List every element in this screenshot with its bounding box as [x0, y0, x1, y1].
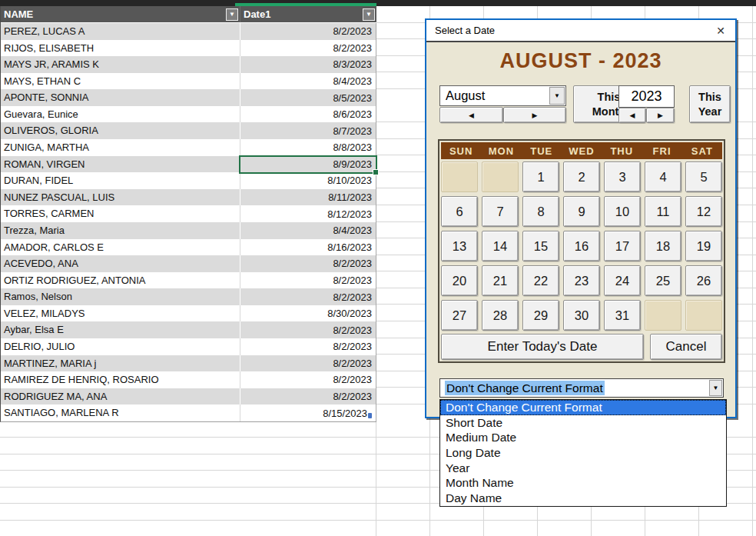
- day-button[interactable]: 27: [441, 300, 478, 331]
- date-cell[interactable]: 8/2/2023: [240, 288, 376, 305]
- chevron-down-icon[interactable]: ▼: [549, 87, 565, 105]
- day-button[interactable]: 11: [645, 196, 681, 227]
- format-option[interactable]: Medium Date: [440, 430, 726, 445]
- day-button[interactable]: 29: [522, 300, 559, 331]
- name-cell[interactable]: MAYS JR, ARAMIS K: [1, 56, 240, 73]
- format-combo[interactable]: Don't Change Current Format ▼: [439, 378, 724, 398]
- cancel-button[interactable]: Cancel: [650, 334, 722, 360]
- name-cell[interactable]: MARTINEZ, MARIA j: [1, 355, 240, 372]
- date-cell[interactable]: 8/11/2023: [240, 189, 376, 206]
- next-year-button[interactable]: ▶: [646, 108, 675, 123]
- name-column-header[interactable]: NAME ▼: [1, 6, 240, 22]
- day-button[interactable]: 25: [645, 265, 681, 296]
- day-button[interactable]: 23: [563, 265, 600, 296]
- name-cell[interactable]: RAMIREZ DE HENRIQ, ROSARIO: [1, 371, 240, 388]
- date-cell[interactable]: 8/2/2023: [240, 321, 376, 338]
- table-row[interactable]: DELRIO, JULIO8/2/2023: [1, 338, 376, 355]
- date-cell[interactable]: 8/2/2023: [240, 255, 376, 272]
- this-year-button[interactable]: This Year: [689, 85, 731, 123]
- table-row[interactable]: NUNEZ PASCUAL, LUIS8/11/2023: [1, 189, 376, 206]
- name-cell[interactable]: MAYS, ETHAN C: [1, 73, 240, 90]
- date-cell[interactable]: 8/2/2023: [240, 371, 376, 388]
- table-row[interactable]: MAYS JR, ARAMIS K8/3/2023: [1, 56, 376, 73]
- table-row[interactable]: ROMAN, VIRGEN8/9/2023: [1, 156, 376, 173]
- day-button[interactable]: 17: [604, 231, 641, 261]
- format-option[interactable]: Year: [440, 461, 726, 476]
- table-row[interactable]: TORRES, CARMEN8/12/2023: [1, 205, 376, 222]
- table-row[interactable]: Aybar, Elsa E8/2/2023: [1, 321, 376, 338]
- day-button[interactable]: 15: [522, 231, 559, 261]
- day-button[interactable]: 16: [563, 231, 600, 261]
- day-button[interactable]: 14: [482, 231, 519, 261]
- name-cell[interactable]: ZUNIGA, MARTHA: [1, 139, 240, 156]
- date-cell[interactable]: 8/3/2023: [240, 56, 376, 73]
- table-row[interactable]: MAYS, ETHAN C8/4/2023: [1, 73, 376, 90]
- day-button[interactable]: 22: [522, 265, 559, 296]
- table-row[interactable]: Ramos, Nelson8/2/2023: [1, 288, 376, 305]
- date-cell[interactable]: 8/4/2023: [240, 222, 376, 239]
- name-cell[interactable]: Guevara, Eunice: [1, 106, 240, 123]
- date-cell[interactable]: 8/2/2023: [240, 338, 376, 355]
- day-button[interactable]: 13: [441, 231, 478, 261]
- date-cell[interactable]: 8/10/2023: [240, 172, 376, 189]
- name-cell[interactable]: APONTE, SONNIA: [1, 89, 240, 106]
- date-cell[interactable]: 8/15/2023: [240, 404, 376, 421]
- table-row[interactable]: RAMIREZ DE HENRIQ, ROSARIO8/2/2023: [1, 371, 376, 388]
- date-cell[interactable]: 8/9/2023: [240, 156, 376, 173]
- name-cell[interactable]: ACEVEDO, ANA: [1, 255, 240, 272]
- day-button[interactable]: 8: [522, 196, 559, 227]
- table-row[interactable]: ACEVEDO, ANA8/2/2023: [1, 255, 376, 272]
- day-button[interactable]: 9: [563, 196, 600, 227]
- previous-month-button[interactable]: ◀: [439, 107, 503, 123]
- day-button[interactable]: 26: [685, 265, 722, 296]
- day-button[interactable]: 24: [604, 265, 641, 296]
- day-button[interactable]: 20: [441, 265, 478, 296]
- name-cell[interactable]: Aybar, Elsa E: [1, 321, 240, 338]
- date-cell[interactable]: 8/30/2023: [240, 305, 376, 322]
- chevron-down-icon[interactable]: ▼: [709, 380, 722, 396]
- date-column-header[interactable]: Date1 ▼: [240, 6, 376, 22]
- date-cell[interactable]: 8/2/2023: [240, 388, 376, 405]
- date-cell[interactable]: 8/16/2023: [240, 239, 376, 256]
- filter-dropdown-icon[interactable]: ▼: [226, 8, 238, 21]
- year-input[interactable]: 2023: [618, 85, 675, 108]
- name-cell[interactable]: ORTIZ RODRIGUEZ, ANTONIA: [1, 272, 240, 289]
- day-button[interactable]: 2: [563, 161, 600, 192]
- name-cell[interactable]: DELRIO, JULIO: [1, 338, 240, 355]
- day-button[interactable]: 10: [604, 196, 641, 227]
- day-button[interactable]: 3: [604, 161, 641, 192]
- name-cell[interactable]: RIJOS, ELISABETH: [1, 40, 240, 57]
- table-row[interactable]: Guevara, Eunice8/6/2023: [1, 106, 376, 123]
- previous-year-button[interactable]: ◀: [618, 108, 646, 123]
- table-row[interactable]: VELEZ, MILADYS8/30/2023: [1, 305, 376, 322]
- date-cell[interactable]: 8/6/2023: [240, 106, 376, 123]
- table-row[interactable]: ZUNIGA, MARTHA8/8/2023: [1, 139, 376, 156]
- date-cell[interactable]: 8/4/2023: [240, 73, 376, 90]
- day-button[interactable]: 1: [522, 161, 559, 192]
- filter-dropdown-icon[interactable]: ▼: [363, 8, 375, 21]
- name-cell[interactable]: DURAN, FIDEL: [1, 172, 240, 189]
- day-button[interactable]: 7: [482, 196, 519, 227]
- name-cell[interactable]: PEREZ, LUCAS A: [1, 23, 240, 40]
- table-row[interactable]: DURAN, FIDEL8/10/2023: [1, 172, 376, 189]
- format-option[interactable]: Don't Change Current Format: [440, 400, 726, 415]
- table-row[interactable]: OLIVEROS, GLORIA8/7/2023: [1, 122, 376, 139]
- day-button[interactable]: 21: [482, 265, 519, 296]
- format-option[interactable]: Day Name: [440, 491, 726, 506]
- table-row[interactable]: AMADOR, CARLOS E8/16/2023: [1, 239, 376, 256]
- close-icon[interactable]: ✕: [714, 24, 728, 38]
- date-cell[interactable]: 8/12/2023: [240, 205, 376, 222]
- name-cell[interactable]: TORRES, CARMEN: [1, 205, 240, 222]
- table-row[interactable]: Trezza, Maria8/4/2023: [1, 222, 376, 239]
- format-option[interactable]: Month Name: [440, 475, 726, 491]
- day-button[interactable]: 18: [645, 231, 681, 261]
- name-cell[interactable]: OLIVEROS, GLORIA: [1, 122, 240, 139]
- day-button[interactable]: 28: [482, 300, 519, 331]
- name-cell[interactable]: RODRIGUEZ MA, ANA: [1, 388, 240, 405]
- date-cell[interactable]: 8/2/2023: [240, 23, 376, 40]
- table-row[interactable]: RIJOS, ELISABETH8/2/2023: [1, 40, 376, 57]
- day-button[interactable]: 6: [441, 196, 478, 227]
- dialog-titlebar[interactable]: Select a Date ✕: [426, 20, 735, 42]
- format-option[interactable]: Short Date: [440, 415, 726, 431]
- name-cell[interactable]: ROMAN, VIRGEN: [1, 156, 240, 173]
